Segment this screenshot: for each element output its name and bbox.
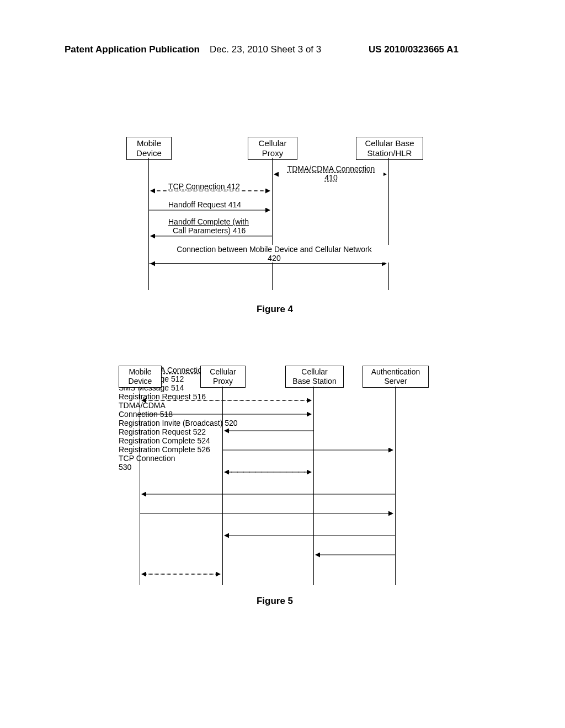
fig4-msg-410: TDMA/CDMA Connection410: [279, 164, 383, 182]
fig4-msg-414: Handoff Request 414: [168, 200, 241, 209]
fig4-title: Figure 4: [242, 304, 308, 315]
fig4-msg-416b: Call Parameters) 416: [173, 226, 246, 235]
fig4-msg-412: TCP Connection 412: [168, 182, 240, 191]
fig4-mobile-box: MobileDevice: [126, 137, 172, 160]
header-right: US 2010/0323665 A1: [369, 44, 459, 55]
fig5-proxy-box: CellularProxy: [200, 366, 246, 388]
header-left: Patent Application Publication: [65, 44, 200, 55]
fig4-proxy-box: CellularProxy: [248, 137, 297, 160]
fig4-msg-420: Connection between Mobile Device and Cel…: [158, 245, 390, 263]
fig4-msg-416a: Handoff Complete (with: [168, 217, 249, 226]
fig5-auth-box: AuthenticationServer: [363, 366, 429, 388]
fig5-mobile-box: MobileDevice: [119, 366, 162, 388]
figure-5: MobileDevice CellularProxy CellularBase …: [119, 366, 431, 472]
header-center: Dec. 23, 2010 Sheet 3 of 3: [210, 44, 321, 55]
fig4-arrows: [119, 158, 431, 290]
fig5-arrows: [119, 387, 431, 585]
fig4-base-box: Cellular BaseStation/HLR: [356, 137, 423, 160]
fig5-title: Figure 5: [242, 596, 308, 607]
fig5-base-box: CellularBase Station: [285, 366, 344, 388]
